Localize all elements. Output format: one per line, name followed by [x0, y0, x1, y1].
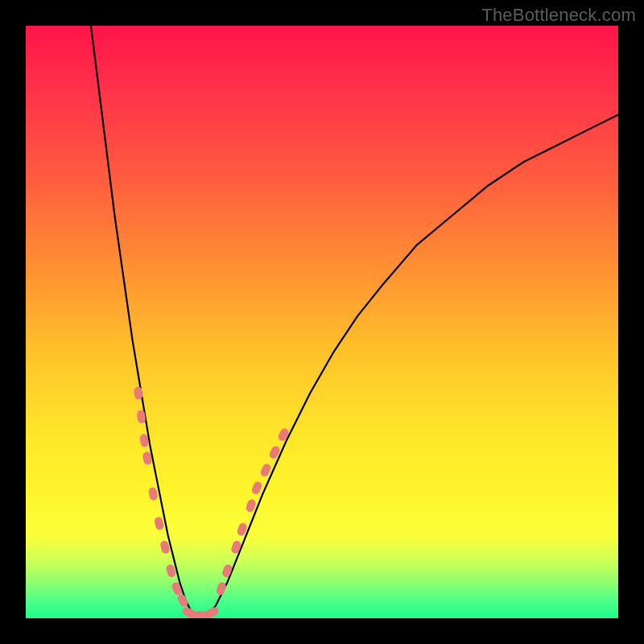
watermark-text: TheBottleneck.com — [481, 5, 636, 26]
chart-frame: TheBottleneck.com — [0, 0, 644, 644]
chart-gradient-background — [26, 26, 618, 618]
